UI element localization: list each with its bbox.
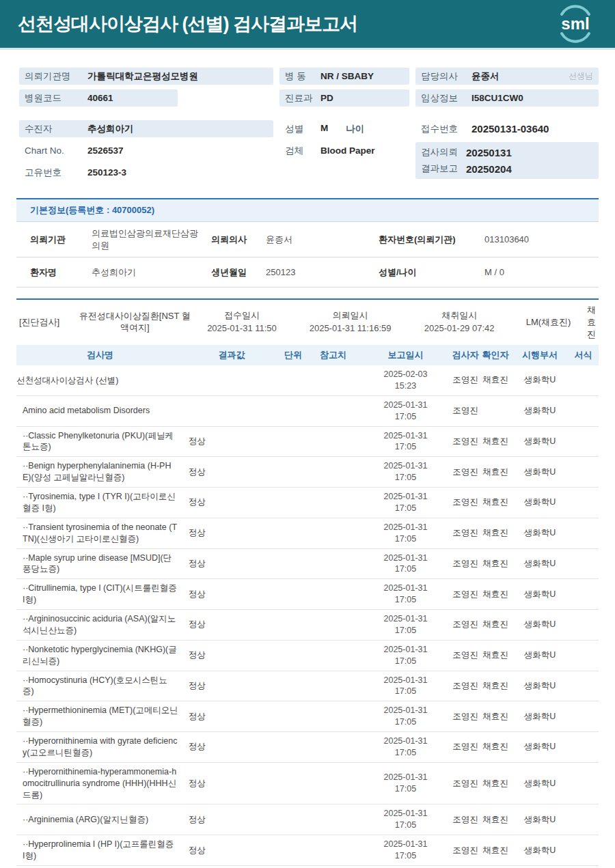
department-name: 생화학U [512,493,568,512]
confirmer-name: 채효진 [479,708,512,726]
unit-value [279,847,307,854]
sex-age-label: 성별/나이 [379,266,484,279]
report-time: 17:05 [359,656,452,667]
sex-value: M 나이 [320,123,364,135]
diagnosis-test-name: 유전성대사이상질환[NST 혈액여지] [78,311,192,334]
tester-name: 조영진 [452,463,479,481]
hospital-code-label: 병원코드 [25,92,87,104]
reference-value [307,847,359,854]
report-date-value: 20250204 [466,163,512,175]
report-time: 17:05 [359,783,452,795]
confirmer-name [479,408,512,415]
form-cell [568,591,599,598]
referring-org-value: 가톨릭대학교은평성모병원 [87,70,198,83]
chart-no-value: 2526537 [87,145,124,156]
col-header-form: 서식 [568,345,599,365]
collect-datetime: 채취일시 2025-01-29 07:42 [409,309,510,335]
test-name: ··Hypermethioninemia (MET)(고메티오닌혈증) [16,701,184,731]
report-datetime: 2025-01-31 17:05 [359,610,452,640]
patient-name-label: 환자명 [30,266,92,279]
sex-text: M [320,123,328,135]
result-value: 정상 [184,738,279,756]
info-right-column: 담당의사 윤종서 선생님 임상정보 I58CU1CW0 접수번호 2025013… [415,68,599,186]
department-name: 생화학U [512,811,568,829]
test-name: ··Argininosuccinic aciduria (ASA)(알지노석시닌… [16,610,184,640]
hospital-code-row: 병원코드 40661 [19,89,178,107]
report-date: 2025-01-31 [359,675,452,686]
clinical-info-row: 임상정보 I58CU1CW0 [415,89,599,107]
table-row: 선천성대사이상검사 (선별) 2025-02-03 15:23 조영진 채효진 … [16,365,599,396]
result-value: 정상 [184,774,279,793]
patient-label: 수진자 [25,123,87,135]
reference-value [307,682,359,689]
result-value: 정상 [184,463,279,481]
reference-value [307,780,359,787]
confirmer-name: 채효진 [479,463,512,481]
clinic-dept-value: PD [320,93,333,103]
confirmer-name: 채효진 [479,493,512,512]
unit-value [279,744,307,751]
result-value: 정상 [184,708,279,726]
department-name: 생화학U [512,774,568,793]
request-date-label: 검사의뢰 [421,146,466,158]
reference-value [307,744,359,751]
basic-info-section: 기본정보(등록번호 : 40700052) 의뢰기관 의료법인삼광의료재단삼광의… [16,198,599,288]
diagnosis-tag: [진단검사] [16,316,78,328]
report-date: 2025-02-03 [359,369,452,380]
report-datetime: 2025-01-31 17:05 [359,804,452,835]
tester-name: 조영진 [452,615,479,634]
form-cell [568,780,599,787]
report-date: 2025-01-31 [359,808,452,820]
test-name: ··Transient tyrosinemia of the neonate (… [16,518,184,548]
reference-value [307,560,359,567]
result-value [184,377,279,384]
col-header-tester: 검사자 [452,345,479,365]
col-header-result: 결과값 [184,345,279,365]
report-datetime: 2025-01-31 17:05 [359,768,452,798]
report-time: 17:05 [359,441,452,453]
patient-no-label: 환자번호(의뢰기관) [379,234,484,246]
tester-name: 조영진 [452,738,479,756]
report-time: 17:05 [359,850,452,862]
report-date: 2025-01-31 [359,705,452,716]
report-datetime: 2025-01-31 17:05 [359,579,452,609]
form-cell [568,621,599,628]
clinical-info-value: I58CU1CW0 [472,93,523,103]
report-time: 17:05 [359,747,452,759]
request-datetime: 의뢰일시 2025-01-31 11:16:59 [292,309,409,335]
form-cell [568,408,599,415]
form-cell [568,816,599,823]
uid-label: 고유번호 [25,167,87,179]
report-time: 17:05 [359,625,452,636]
test-name: ··Argininemia (ARG)(알지닌혈증) [16,811,184,829]
reference-value [307,438,359,445]
report-date: 2025-01-31 [359,644,452,656]
clinic-dept-label: 진료과 [285,92,320,104]
report-time: 17:05 [359,472,452,484]
result-value: 정상 [184,841,279,860]
confirmer-name: 채효진 [479,432,512,451]
table-row: Amino acid metabolism Disorders 2025-01-… [16,396,599,427]
report-datetime: 2025-01-31 17:05 [359,732,452,762]
tester-name: 조영진 [452,371,479,389]
patient-name-value: 추성희아기 [92,266,211,279]
table-row: ··Transient tyrosinemia of the neonate (… [16,518,599,549]
diagnosis-strip: [진단검사] 유전성대사이상질환[NST 혈액여지] 접수일시 2025-01-… [16,298,599,345]
report-time: 17:05 [359,533,452,545]
tester-name: 조영진 [452,585,479,604]
result-value: 정상 [184,432,279,451]
test-name: ··Homocystinuria (HCY)(호모시스틴뇨증) [16,671,184,701]
form-cell [568,713,599,720]
info-middle-column: 병 동 NR / SBABY 진료과 PD 성별 M 나이 검체 Blood P… [279,68,409,186]
results-table-body: 선천성대사이상검사 (선별) 2025-02-03 15:23 조영진 채효진 … [16,365,599,868]
test-name: 선천성대사이상검사 (선별) [16,372,184,390]
request-datetime-value: 2025-01-31 11:16:59 [310,323,392,333]
department-name: 생화학U [512,585,568,604]
confirmer-name: 채효진 [479,371,512,389]
patient-value: 추성희아기 [87,123,134,135]
report-time: 17:05 [359,411,452,423]
specimen-label: 검체 [285,145,320,157]
report-date: 2025-01-31 [359,552,452,564]
report-time: 17:05 [359,820,452,831]
doctor-suffix: 선생님 [569,70,593,82]
